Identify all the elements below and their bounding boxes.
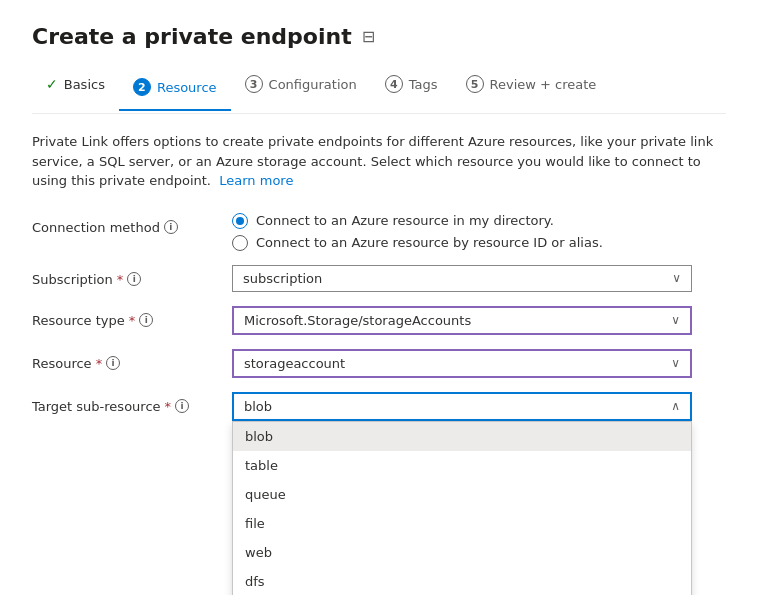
target-sub-resource-label: Target sub-resource * i: [32, 392, 232, 414]
resource-type-required-star: *: [129, 313, 136, 328]
menu-item-web[interactable]: web: [233, 538, 691, 567]
resource-type-row: Resource type * i Microsoft.Storage/stor…: [32, 306, 726, 335]
step-review-badge: 5: [466, 75, 484, 93]
bookmark-icon[interactable]: ⊟: [362, 27, 375, 46]
page-title: Create a private endpoint: [32, 24, 352, 49]
connection-method-controls: Connect to an Azure resource in my direc…: [232, 213, 726, 251]
target-sub-resource-label-text: Target sub-resource: [32, 399, 161, 414]
step-tags[interactable]: 4 Tags: [371, 69, 452, 99]
resource-row: Resource * i storageaccount ∨: [32, 349, 726, 378]
resource-label-text: Resource: [32, 356, 92, 371]
resource-dropdown[interactable]: storageaccount ∨: [232, 349, 692, 378]
target-sub-resource-dropdown[interactable]: blob ∧: [232, 392, 692, 421]
target-sub-resource-chevron-icon: ∧: [671, 399, 680, 413]
description-body: Private Link offers options to create pr…: [32, 134, 713, 188]
description-text: Private Link offers options to create pr…: [32, 132, 726, 191]
step-resource[interactable]: 2 Resource: [119, 72, 231, 111]
resource-type-chevron-icon: ∨: [671, 313, 680, 327]
subscription-control: subscription ∨: [232, 265, 692, 292]
step-resource-badge: 2: [133, 78, 151, 96]
target-sub-resource-value: blob: [244, 399, 272, 414]
target-sub-resource-menu: blob table queue file web dfs: [232, 421, 692, 596]
title-row: Create a private endpoint ⊟: [32, 24, 726, 49]
menu-item-file[interactable]: file: [233, 509, 691, 538]
radio-directory-label: Connect to an Azure resource in my direc…: [256, 213, 554, 228]
learn-more-link[interactable]: Learn more: [219, 173, 293, 188]
target-sub-resource-required-star: *: [165, 399, 172, 414]
radio-resource-id-label: Connect to an Azure resource by resource…: [256, 235, 603, 250]
connection-method-info-icon[interactable]: i: [164, 220, 178, 234]
page-container: Create a private endpoint ⊟ ✓ Basics 2 R…: [0, 0, 758, 445]
radio-resource-id-input[interactable]: [232, 235, 248, 251]
resource-type-dropdown[interactable]: Microsoft.Storage/storageAccounts ∨: [232, 306, 692, 335]
menu-item-table[interactable]: table: [233, 451, 691, 480]
resource-info-icon[interactable]: i: [106, 356, 120, 370]
radio-group-connection: Connect to an Azure resource in my direc…: [232, 213, 726, 251]
resource-chevron-icon: ∨: [671, 356, 680, 370]
subscription-chevron-icon: ∨: [672, 271, 681, 285]
resource-control: storageaccount ∨: [232, 349, 692, 378]
connection-method-label: Connection method i: [32, 213, 232, 235]
form-section: Connection method i Connect to an Azure …: [32, 213, 726, 421]
connection-method-row: Connection method i Connect to an Azure …: [32, 213, 726, 251]
step-configuration-label: Configuration: [269, 77, 357, 92]
step-configuration[interactable]: 3 Configuration: [231, 69, 371, 99]
step-configuration-badge: 3: [245, 75, 263, 93]
subscription-row: Subscription * i subscription ∨: [32, 265, 726, 292]
step-basics[interactable]: ✓ Basics: [32, 70, 119, 98]
radio-directory-input[interactable]: [232, 213, 248, 229]
radio-resource-id[interactable]: Connect to an Azure resource by resource…: [232, 235, 726, 251]
radio-directory[interactable]: Connect to an Azure resource in my direc…: [232, 213, 726, 229]
resource-required-star: *: [96, 356, 103, 371]
step-resource-label: Resource: [157, 80, 217, 95]
subscription-required-star: *: [117, 272, 124, 287]
menu-item-blob[interactable]: blob: [233, 422, 691, 451]
subscription-info-icon[interactable]: i: [127, 272, 141, 286]
connection-method-label-text: Connection method: [32, 220, 160, 235]
resource-type-control: Microsoft.Storage/storageAccounts ∨: [232, 306, 692, 335]
resource-type-value: Microsoft.Storage/storageAccounts: [244, 313, 471, 328]
step-tags-badge: 4: [385, 75, 403, 93]
step-review[interactable]: 5 Review + create: [452, 69, 611, 99]
resource-label: Resource * i: [32, 349, 232, 371]
target-sub-resource-row: Target sub-resource * i blob ∧ blob tabl…: [32, 392, 726, 421]
subscription-value: subscription: [243, 271, 322, 286]
wizard-steps: ✓ Basics 2 Resource 3 Configuration 4 Ta…: [32, 69, 726, 114]
step-basics-label: Basics: [64, 77, 105, 92]
subscription-dropdown[interactable]: subscription ∨: [232, 265, 692, 292]
resource-type-label: Resource type * i: [32, 306, 232, 328]
step-tags-label: Tags: [409, 77, 438, 92]
menu-item-queue[interactable]: queue: [233, 480, 691, 509]
step-review-label: Review + create: [490, 77, 597, 92]
menu-item-dfs[interactable]: dfs: [233, 567, 691, 596]
resource-type-label-text: Resource type: [32, 313, 125, 328]
target-sub-resource-control: blob ∧ blob table queue file web dfs: [232, 392, 692, 421]
step-check-icon: ✓: [46, 76, 58, 92]
resource-value: storageaccount: [244, 356, 345, 371]
subscription-label-text: Subscription: [32, 272, 113, 287]
target-sub-resource-info-icon[interactable]: i: [175, 399, 189, 413]
subscription-label: Subscription * i: [32, 265, 232, 287]
resource-type-info-icon[interactable]: i: [139, 313, 153, 327]
